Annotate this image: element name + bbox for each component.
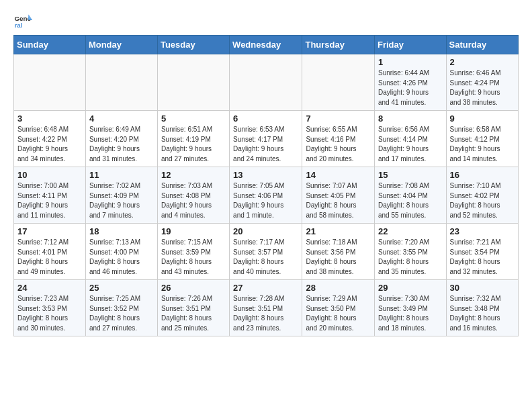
day-detail: Sunrise: 7:18 AM Sunset: 3:56 PM Dayligh… — [306, 238, 371, 277]
day-number: 30 — [450, 283, 515, 293]
day-detail: Sunrise: 7:21 AM Sunset: 3:54 PM Dayligh… — [450, 238, 515, 277]
day-detail: Sunrise: 7:12 AM Sunset: 4:01 PM Dayligh… — [17, 238, 82, 277]
calendar-day-cell: 13Sunrise: 7:05 AM Sunset: 4:06 PM Dayli… — [230, 167, 302, 224]
day-number: 3 — [17, 113, 82, 124]
calendar-day-cell: 19Sunrise: 7:15 AM Sunset: 3:59 PM Dayli… — [157, 224, 229, 280]
day-detail: Sunrise: 7:30 AM Sunset: 3:49 PM Dayligh… — [378, 294, 443, 333]
calendar-header-row: SundayMondayTuesdayWednesdayThursdayFrid… — [14, 36, 519, 54]
calendar-table: SundayMondayTuesdayWednesdayThursdayFrid… — [13, 35, 519, 336]
day-number: 17 — [17, 226, 82, 236]
calendar-day-cell: 9Sunrise: 6:58 AM Sunset: 4:12 PM Daylig… — [446, 111, 518, 167]
calendar-day-cell: 7Sunrise: 6:55 AM Sunset: 4:16 PM Daylig… — [302, 111, 375, 167]
calendar-day-cell — [85, 54, 157, 111]
calendar-day-cell: 17Sunrise: 7:12 AM Sunset: 4:01 PM Dayli… — [14, 224, 86, 280]
calendar-day-cell: 20Sunrise: 7:17 AM Sunset: 3:57 PM Dayli… — [230, 224, 302, 280]
day-detail: Sunrise: 7:32 AM Sunset: 3:48 PM Dayligh… — [450, 294, 515, 333]
day-number: 2 — [450, 57, 515, 67]
calendar-day-cell: 6Sunrise: 6:53 AM Sunset: 4:17 PM Daylig… — [230, 111, 302, 167]
calendar-day-cell: 1Sunrise: 6:44 AM Sunset: 4:26 PM Daylig… — [375, 54, 447, 111]
calendar-week-row: 17Sunrise: 7:12 AM Sunset: 4:01 PM Dayli… — [14, 224, 519, 280]
day-detail: Sunrise: 6:51 AM Sunset: 4:19 PM Dayligh… — [161, 125, 226, 164]
weekday-header: Saturday — [446, 36, 518, 54]
weekday-header: Friday — [375, 36, 447, 54]
weekday-header: Tuesday — [157, 36, 229, 54]
day-number: 12 — [161, 170, 226, 180]
day-number: 1 — [378, 57, 443, 67]
day-number: 28 — [306, 283, 371, 293]
day-detail: Sunrise: 6:56 AM Sunset: 4:14 PM Dayligh… — [378, 125, 443, 164]
page-header: Gene ral — [13, 11, 519, 30]
day-number: 21 — [306, 226, 371, 236]
calendar-day-cell: 5Sunrise: 6:51 AM Sunset: 4:19 PM Daylig… — [157, 111, 229, 167]
calendar-day-cell: 14Sunrise: 7:07 AM Sunset: 4:05 PM Dayli… — [302, 167, 375, 224]
day-number: 7 — [306, 113, 371, 124]
calendar-day-cell: 16Sunrise: 7:10 AM Sunset: 4:02 PM Dayli… — [446, 167, 518, 224]
calendar-day-cell: 27Sunrise: 7:28 AM Sunset: 3:51 PM Dayli… — [230, 280, 302, 336]
day-detail: Sunrise: 7:29 AM Sunset: 3:50 PM Dayligh… — [306, 294, 371, 333]
day-number: 14 — [306, 170, 371, 180]
calendar-day-cell — [14, 54, 86, 111]
day-number: 25 — [89, 283, 154, 293]
calendar-day-cell — [302, 54, 375, 111]
calendar-week-row: 24Sunrise: 7:23 AM Sunset: 3:53 PM Dayli… — [14, 280, 519, 336]
day-number: 29 — [378, 283, 443, 293]
day-detail: Sunrise: 7:05 AM Sunset: 4:06 PM Dayligh… — [233, 181, 298, 220]
day-detail: Sunrise: 6:49 AM Sunset: 4:20 PM Dayligh… — [89, 125, 154, 164]
day-number: 9 — [450, 113, 515, 124]
calendar-day-cell: 21Sunrise: 7:18 AM Sunset: 3:56 PM Dayli… — [302, 224, 375, 280]
calendar-day-cell: 11Sunrise: 7:02 AM Sunset: 4:09 PM Dayli… — [85, 167, 157, 224]
day-number: 5 — [161, 113, 226, 124]
day-detail: Sunrise: 7:13 AM Sunset: 4:00 PM Dayligh… — [89, 238, 154, 277]
day-number: 10 — [17, 170, 82, 180]
day-number: 4 — [89, 113, 154, 124]
calendar-week-row: 3Sunrise: 6:48 AM Sunset: 4:22 PM Daylig… — [14, 111, 519, 167]
weekday-header: Monday — [85, 36, 157, 54]
weekday-header: Sunday — [14, 36, 86, 54]
calendar-day-cell: 22Sunrise: 7:20 AM Sunset: 3:55 PM Dayli… — [375, 224, 447, 280]
calendar-day-cell — [157, 54, 229, 111]
calendar-day-cell: 30Sunrise: 7:32 AM Sunset: 3:48 PM Dayli… — [446, 280, 518, 336]
calendar-day-cell: 24Sunrise: 7:23 AM Sunset: 3:53 PM Dayli… — [14, 280, 86, 336]
calendar-day-cell: 10Sunrise: 7:00 AM Sunset: 4:11 PM Dayli… — [14, 167, 86, 224]
calendar-day-cell: 2Sunrise: 6:46 AM Sunset: 4:24 PM Daylig… — [446, 54, 518, 111]
calendar-day-cell: 26Sunrise: 7:26 AM Sunset: 3:51 PM Dayli… — [157, 280, 229, 336]
calendar-day-cell: 12Sunrise: 7:03 AM Sunset: 4:08 PM Dayli… — [157, 167, 229, 224]
day-number: 13 — [233, 170, 298, 180]
day-detail: Sunrise: 6:44 AM Sunset: 4:26 PM Dayligh… — [378, 68, 443, 107]
day-number: 16 — [450, 170, 515, 180]
calendar-day-cell: 25Sunrise: 7:25 AM Sunset: 3:52 PM Dayli… — [85, 280, 157, 336]
calendar-day-cell: 3Sunrise: 6:48 AM Sunset: 4:22 PM Daylig… — [14, 111, 86, 167]
calendar-day-cell: 8Sunrise: 6:56 AM Sunset: 4:14 PM Daylig… — [375, 111, 447, 167]
day-detail: Sunrise: 7:20 AM Sunset: 3:55 PM Dayligh… — [378, 238, 443, 277]
calendar-day-cell: 29Sunrise: 7:30 AM Sunset: 3:49 PM Dayli… — [375, 280, 447, 336]
day-detail: Sunrise: 7:03 AM Sunset: 4:08 PM Dayligh… — [161, 181, 226, 220]
day-number: 11 — [89, 170, 154, 180]
day-detail: Sunrise: 6:46 AM Sunset: 4:24 PM Dayligh… — [450, 68, 515, 107]
day-detail: Sunrise: 6:55 AM Sunset: 4:16 PM Dayligh… — [306, 125, 371, 164]
day-number: 27 — [233, 283, 298, 293]
day-number: 8 — [378, 113, 443, 124]
logo-icon: Gene ral — [13, 11, 32, 30]
calendar-week-row: 1Sunrise: 6:44 AM Sunset: 4:26 PM Daylig… — [14, 54, 519, 111]
day-detail: Sunrise: 7:26 AM Sunset: 3:51 PM Dayligh… — [161, 294, 226, 333]
day-number: 15 — [378, 170, 443, 180]
calendar-day-cell: 28Sunrise: 7:29 AM Sunset: 3:50 PM Dayli… — [302, 280, 375, 336]
day-detail: Sunrise: 7:17 AM Sunset: 3:57 PM Dayligh… — [233, 238, 298, 277]
day-detail: Sunrise: 7:07 AM Sunset: 4:05 PM Dayligh… — [306, 181, 371, 220]
logo: Gene ral — [13, 11, 35, 30]
svg-text:ral: ral — [14, 21, 22, 29]
day-number: 22 — [378, 226, 443, 236]
day-number: 26 — [161, 283, 226, 293]
day-number: 19 — [161, 226, 226, 236]
day-detail: Sunrise: 7:23 AM Sunset: 3:53 PM Dayligh… — [17, 294, 82, 333]
calendar-week-row: 10Sunrise: 7:00 AM Sunset: 4:11 PM Dayli… — [14, 167, 519, 224]
day-detail: Sunrise: 6:53 AM Sunset: 4:17 PM Dayligh… — [233, 125, 298, 164]
day-number: 18 — [89, 226, 154, 236]
weekday-header: Thursday — [302, 36, 375, 54]
calendar-day-cell: 18Sunrise: 7:13 AM Sunset: 4:00 PM Dayli… — [85, 224, 157, 280]
day-number: 20 — [233, 226, 298, 236]
day-detail: Sunrise: 7:15 AM Sunset: 3:59 PM Dayligh… — [161, 238, 226, 277]
day-detail: Sunrise: 6:48 AM Sunset: 4:22 PM Dayligh… — [17, 125, 82, 164]
day-detail: Sunrise: 7:00 AM Sunset: 4:11 PM Dayligh… — [17, 181, 82, 220]
day-detail: Sunrise: 7:10 AM Sunset: 4:02 PM Dayligh… — [450, 181, 515, 220]
